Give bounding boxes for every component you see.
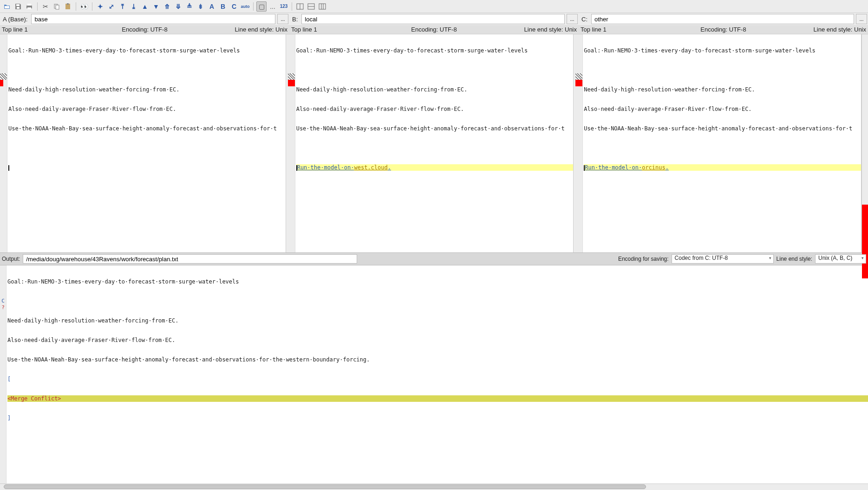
copy-icon[interactable] (52, 1, 62, 12)
goto-last-diff-icon[interactable]: ⤢ (106, 1, 117, 12)
output-gutter: C ? (0, 265, 7, 484)
open-icon[interactable] (2, 1, 12, 12)
lineend-b: Line end style: Unix (482, 26, 577, 33)
file-a-label: A (Base): (1, 16, 29, 23)
gutter-mark-red (575, 80, 582, 86)
output-label: Output: (2, 256, 20, 262)
auto-solve-button[interactable]: auto (240, 1, 250, 12)
lineend-a: Line end style: Unix (192, 26, 287, 33)
text-line: Need·daily·high·resolution·weather·forci… (7, 317, 868, 324)
text-line: Goal:·Run·NEMO·3·times·every·day·to·fore… (8, 47, 286, 54)
text-area-c[interactable]: Goal:·Run·NEMO·3·times·every·day·to·fore… (583, 34, 861, 252)
gutter-b (288, 34, 295, 252)
text-line-diff: Run·the·model·on·west.cloud. (296, 164, 574, 171)
text-line (584, 145, 861, 151)
prev-diff-icon[interactable]: ▲ (140, 1, 150, 12)
output-lineend-combo[interactable]: Unix (A, B, C) (815, 254, 866, 264)
info-c: Top line 1 Encoding: UTF-8 Line end styl… (579, 25, 868, 34)
horizontal-scrollbar[interactable] (0, 484, 868, 490)
text-line-diff: Run·the·model·on·orcinus. (584, 164, 861, 171)
down-marker-icon[interactable]: ⇟ (196, 1, 206, 12)
text-line: Need·daily·high·resolution·weather·forci… (584, 86, 861, 93)
gutter-c-mark: C (0, 298, 6, 304)
file-header-row: A (Base): ... B: ... C: ... (0, 13, 868, 25)
gutter-q-mark: ? (0, 304, 6, 311)
gutter-mark-hatched (575, 73, 582, 80)
merge-conflict-line: <Merge Conflict> (7, 395, 868, 402)
next-diff-icon[interactable]: ▼ (151, 1, 161, 12)
up-marker-icon[interactable]: ≜ (184, 1, 195, 12)
goto-first-diff-icon[interactable]: ✦ (95, 1, 105, 12)
encoding-saving-combo[interactable]: Codec from C: UTF-8 (672, 254, 774, 264)
svg-rect-6 (56, 5, 59, 9)
split-view2-icon[interactable] (306, 1, 316, 12)
text-line: Also·need·daily·average·Fraser·River·flo… (584, 106, 861, 112)
file-c-browse[interactable]: ... (856, 14, 867, 24)
diff-panes: Goal:·Run·NEMO·3·times·every·day·to·fore… (0, 34, 868, 252)
file-b-browse[interactable]: ... (567, 14, 578, 24)
file-c-header: C: ... (580, 14, 867, 24)
toolbar-separator (37, 2, 38, 11)
select-b-button[interactable]: B (218, 1, 228, 12)
split-view1-icon[interactable] (295, 1, 305, 12)
toolbar-separator (76, 2, 76, 11)
bracket-open: [ (7, 376, 868, 382)
text-line: Use·the·NOAA·Neah·Bay·sea·surface·height… (584, 125, 861, 132)
show-lineend-icon[interactable]: ... (268, 1, 278, 12)
show-numbers-button[interactable]: 123 (279, 1, 289, 12)
bracket-close: ] (7, 415, 868, 421)
file-a-input[interactable] (31, 14, 275, 24)
text-line (296, 145, 574, 151)
bottom-icon[interactable]: ⤋ (173, 1, 183, 12)
file-c-input[interactable] (591, 14, 854, 24)
output-pane: C ? Goal:·Run·NEMO·3·times·every·day·to·… (0, 265, 868, 484)
toolbar-separator (92, 2, 92, 11)
top-icon[interactable]: ⤊ (162, 1, 172, 12)
prev-conflict-icon[interactable]: ⤒ (117, 1, 128, 12)
output-bar: Output: Encoding for saving: Codec from … (0, 252, 868, 265)
text-line: Also·need·daily·average·Fraser·River·flo… (296, 106, 574, 112)
toolbar-separator (292, 2, 292, 11)
show-whitespace-icon[interactable]: ▢ (256, 1, 267, 12)
save-icon[interactable] (13, 1, 23, 12)
file-b-input[interactable] (301, 14, 565, 24)
encoding-saving-label: Encoding for saving: (618, 256, 669, 262)
encoding-c: Encoding: UTF-8 (676, 26, 771, 33)
text-line (584, 67, 861, 73)
text-line (8, 67, 286, 73)
pane-a: Goal:·Run·NEMO·3·times·every·day·to·fore… (0, 34, 286, 252)
text-area-b[interactable]: Goal:·Run·NEMO·3·times·every·day·to·fore… (295, 34, 574, 252)
file-a-browse[interactable]: ... (277, 14, 288, 24)
text-line (8, 145, 286, 151)
select-c-button[interactable]: C (229, 1, 239, 12)
svg-rect-8 (67, 3, 69, 5)
text-line: Also·need·daily·average·Fraser·River·flo… (7, 337, 868, 343)
text-line: Goal:·Run·NEMO·3·times·every·day·to·fore… (7, 278, 868, 285)
svg-rect-13 (319, 4, 326, 9)
overview-strip[interactable] (861, 34, 868, 252)
scrollbar-thumb[interactable] (4, 484, 646, 489)
output-path-input[interactable] (23, 254, 357, 264)
encoding-a: Encoding: UTF-8 (97, 26, 192, 33)
print-icon[interactable] (24, 1, 34, 12)
encoding-b: Encoding: UTF-8 (386, 26, 482, 33)
main-toolbar: ✂ 👀 ✦ ⤢ ⤒ ⤓ ▲ ▼ ⤊ ⤋ ≜ ⇟ A B C auto ▢ ...… (0, 0, 868, 13)
file-b-header: B: ... (290, 14, 578, 24)
paste-icon[interactable] (63, 1, 73, 12)
text-line: Use·the·NOAA·Neah·Bay·sea·surface·height… (7, 356, 868, 363)
svg-rect-4 (27, 7, 31, 9)
cut-icon[interactable]: ✂ (40, 1, 51, 12)
split-view3-icon[interactable] (317, 1, 327, 12)
output-text[interactable]: Goal:·Run·NEMO·3·times·every·day·to·fore… (7, 265, 868, 484)
strip-mark-red (862, 205, 868, 279)
next-conflict-icon[interactable]: ⤓ (129, 1, 139, 12)
text-area-a[interactable]: Goal:·Run·NEMO·3·times·every·day·to·fore… (7, 34, 286, 252)
find-icon[interactable]: 👀 (79, 1, 89, 12)
pane-c: Goal:·Run·NEMO·3·times·every·day·to·fore… (575, 34, 861, 252)
gutter-c (575, 34, 583, 252)
select-a-button[interactable]: A (207, 1, 217, 12)
gutter-mark-red (288, 80, 295, 86)
gutter-mark-hatched (0, 73, 7, 80)
text-line (296, 67, 574, 73)
topline-a: Top line 1 (2, 26, 97, 33)
